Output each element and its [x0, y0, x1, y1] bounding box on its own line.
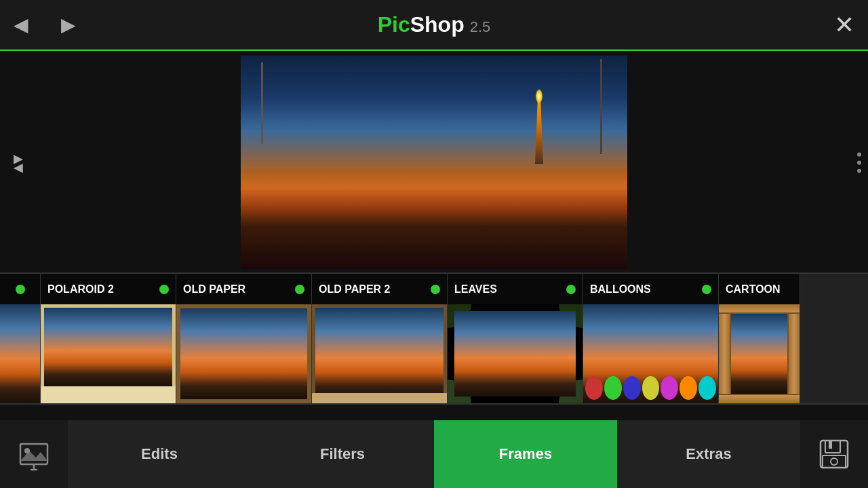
title-shop: Shop — [410, 12, 465, 37]
frame-item-oldpaper2[interactable]: OLD PAPER 2 — [312, 274, 448, 403]
frame-item-cartoon[interactable]: CARTOON — [719, 274, 800, 403]
cartoon-border-bottom — [719, 394, 800, 403]
frame-leaves-label: LEAVES — [448, 274, 583, 304]
frame-balloons-preview — [583, 304, 718, 403]
balloons-bg — [583, 304, 718, 403]
frame-balloons-dot — [702, 285, 711, 294]
transfer-icon[interactable] — [14, 150, 41, 174]
svg-rect-6 — [823, 455, 846, 468]
balloon-red — [585, 376, 603, 400]
gallery-icon — [17, 437, 51, 471]
back-button[interactable]: ◀ — [7, 7, 35, 43]
tab-filters-label: Filters — [320, 445, 365, 463]
app-title: PicShop2.5 — [378, 12, 491, 37]
app-version: 2.5 — [470, 18, 491, 35]
balloons-row — [583, 373, 718, 403]
svg-rect-5 — [829, 441, 832, 449]
forward-icon: ▶ — [61, 14, 76, 35]
svg-marker-1 — [20, 451, 47, 461]
frame-item-leaves[interactable]: LEAVES — [448, 274, 583, 403]
mini-sunset-none — [0, 304, 40, 403]
tab-edits-label: Edits — [141, 445, 178, 463]
frame-oldpaper2-dot — [431, 285, 440, 294]
frame-item-balloons[interactable]: BALLOONS — [583, 274, 719, 403]
back-icon: ◀ — [14, 14, 28, 35]
frame-none-preview — [0, 304, 40, 403]
side-dot-2 — [857, 161, 861, 165]
oldpaper2-bg — [312, 304, 447, 403]
leaves-inner — [454, 311, 576, 396]
balloon-yellow — [642, 376, 660, 400]
balloon-orange — [679, 376, 697, 400]
frame-leaves-preview — [448, 304, 583, 403]
frame-oldpaper-preview — [176, 304, 311, 403]
frame-leaves-text: LEAVES — [454, 283, 497, 296]
side-dot-3 — [857, 169, 861, 173]
oldpaper2-inner — [315, 308, 443, 400]
flag-pole-right — [600, 59, 602, 154]
mini-sunset-polaroid2 — [44, 308, 172, 386]
svg-point-2 — [24, 448, 30, 453]
oldpaper-bg — [176, 304, 311, 403]
frame-oldpaper2-text: OLD PAPER 2 — [319, 283, 391, 296]
side-dots — [857, 152, 861, 173]
polaroid2-bottom — [41, 386, 176, 403]
frame-oldpaper2-label: OLD PAPER 2 — [312, 274, 447, 304]
mini-sunset-oldpaper — [180, 308, 307, 399]
cartoon-border-right — [787, 304, 800, 403]
frame-polaroid2-text: POLAROID 2 — [47, 283, 114, 296]
balloon-cyan — [698, 376, 716, 400]
side-dot-1 — [857, 152, 861, 157]
title-pic: Pic — [378, 12, 410, 37]
tab-extras-label: Extras — [686, 445, 731, 463]
frame-cartoon-preview — [719, 304, 800, 403]
frame-oldpaper-label: OLD PAPER — [176, 274, 311, 304]
app-header: ◀ ▶ PicShop2.5 ✕ — [0, 0, 868, 51]
close-icon: ✕ — [834, 11, 854, 39]
forward-button[interactable]: ▶ — [54, 7, 83, 43]
close-button[interactable]: ✕ — [834, 11, 854, 39]
bottom-nav: Edits Filters Frames Extras — [0, 420, 868, 488]
oldpaper2-bottom-bar — [312, 393, 447, 403]
frame-leaves-dot — [566, 285, 576, 294]
leaves-bg — [448, 304, 583, 403]
tab-frames[interactable]: Frames — [434, 420, 617, 488]
frame-cartoon-label: CARTOON — [719, 274, 800, 304]
frame-item-polaroid2[interactable]: POLAROID 2 — [41, 274, 176, 403]
cartoon-border-top — [719, 304, 800, 314]
frame-oldpaper2-preview — [312, 304, 447, 403]
polaroid2-inner — [44, 308, 172, 386]
main-photo — [241, 56, 627, 269]
sunset-bg — [241, 56, 627, 269]
cartoon-border-left — [719, 304, 731, 403]
frame-oldpaper-text: OLD PAPER — [183, 283, 245, 296]
balloon-green — [604, 376, 622, 400]
tab-frames-label: Frames — [499, 445, 552, 463]
balloon-blue — [623, 376, 641, 400]
frame-cartoon-text: CARTOON — [726, 283, 781, 296]
svg-point-7 — [831, 458, 837, 465]
frame-polaroid2-dot — [159, 285, 169, 294]
mini-sunset-leaves — [454, 311, 576, 396]
frame-item-none[interactable] — [0, 274, 41, 403]
frame-balloons-text: BALLOONS — [590, 283, 651, 296]
frame-polaroid2-label: POLAROID 2 — [41, 274, 176, 304]
frame-balloons-label: BALLOONS — [583, 274, 718, 304]
cartoon-inner — [731, 314, 787, 394]
flame-light — [536, 89, 542, 103]
tab-edits[interactable]: Edits — [68, 420, 251, 488]
frame-oldpaper-dot — [295, 285, 304, 294]
frames-strip: POLAROID 2 OLD PAPER — [0, 272, 868, 405]
svg-rect-4 — [825, 441, 840, 453]
tab-filters[interactable]: Filters — [251, 420, 434, 488]
cartoon-bg — [719, 304, 800, 403]
transfer-arrows-icon — [14, 150, 41, 174]
save-area[interactable] — [800, 420, 868, 488]
tab-extras[interactable]: Extras — [617, 420, 800, 488]
save-icon — [817, 437, 851, 471]
mini-sunset-oldpaper2 — [315, 308, 443, 400]
oldpaper-inner — [180, 308, 307, 399]
gallery-icon-area[interactable] — [0, 420, 68, 488]
frame-polaroid2-preview — [41, 304, 176, 403]
frame-item-oldpaper[interactable]: OLD PAPER — [176, 274, 312, 403]
